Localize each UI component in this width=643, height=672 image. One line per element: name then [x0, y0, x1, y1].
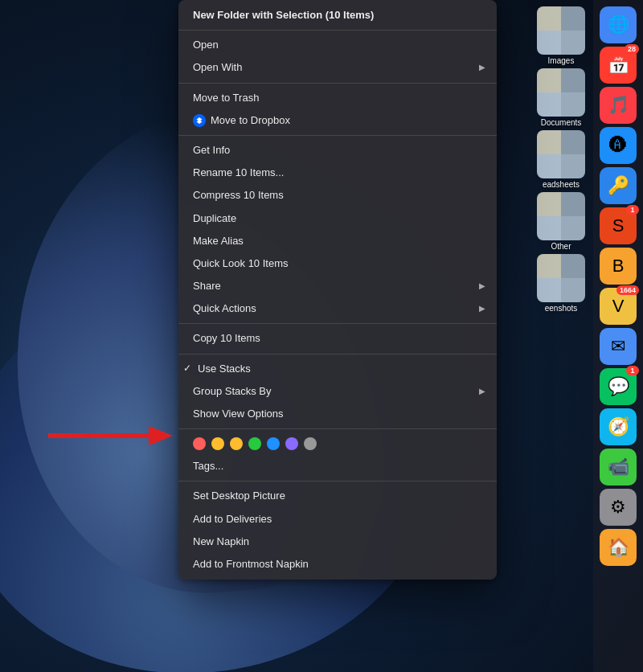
dock-icon-vectorize[interactable]: V1664	[600, 288, 637, 325]
dock-icon-label-music: 🎵	[608, 95, 629, 116]
dock-badge-sketchbook: 1	[626, 205, 639, 215]
dock-icon-label-appstore: 🅐	[609, 135, 627, 156]
dock-icon-onepassword[interactable]: 🔑	[600, 167, 637, 204]
menu-item-get-info[interactable]: Get Info	[178, 139, 497, 162]
menu-item-label-add-deliveries: Add to Deliveries	[193, 512, 272, 527]
dock-icon-label-mail: ✉	[611, 336, 625, 357]
stack-label-images: Images	[548, 56, 575, 65]
menu-item-label-open: Open	[193, 38, 219, 52]
menu-item-compress[interactable]: Compress 10 Items	[178, 184, 497, 207]
menu-item-label-show-view-options: Show View Options	[193, 407, 284, 421]
menu-item-label-use-stacks: Use Stacks	[198, 362, 251, 376]
dock-icon-wechat[interactable]: 💬1	[600, 368, 637, 405]
menu-item-label-quick-look: Quick Look 10 Items	[193, 256, 289, 271]
menu-item-group-stacks[interactable]: Group Stacks By	[178, 380, 497, 403]
stack-spreadsheets[interactable]: eadsheets	[534, 130, 588, 189]
menu-item-share[interactable]: Share	[178, 275, 497, 297]
menu-item-rename[interactable]: Rename 10 Items...	[178, 162, 497, 184]
menu-separator	[178, 323, 497, 324]
checkmark-icon: ✓	[183, 362, 191, 375]
stack-thumb-images	[537, 6, 585, 55]
tag-dot-2[interactable]	[230, 437, 243, 450]
menu-item-new-napkin[interactable]: New Napkin	[178, 531, 497, 553]
stack-label-screenshots: eenshots	[545, 304, 578, 313]
dock-icon-label-settings: ⚙	[610, 497, 626, 518]
stack-images[interactable]: Images	[534, 6, 588, 65]
dock-icon-safari[interactable]: 🧭	[600, 408, 637, 445]
menu-item-label-compress: Compress 10 Items	[193, 188, 284, 203]
menu-item-add-napkin[interactable]: Add to Frontmost Napkin	[178, 553, 497, 576]
menu-item-label-share: Share	[193, 279, 221, 293]
menu-item-make-alias[interactable]: Make Alias	[178, 230, 497, 252]
menu-item-new-folder[interactable]: New Folder with Selection (10 Items)	[178, 4, 497, 27]
menu-item-open-with[interactable]: Open With	[178, 56, 497, 79]
dock-icon-bear[interactable]: B	[600, 248, 637, 285]
menu-item-label-add-napkin: Add to Frontmost Napkin	[193, 557, 309, 572]
dock-icon-calendar[interactable]: 📅28	[600, 47, 637, 84]
dock-icon-mail[interactable]: ✉	[600, 328, 637, 365]
tag-dot-1[interactable]	[211, 437, 224, 450]
dropbox-icon	[193, 114, 206, 127]
menu-item-quick-look[interactable]: Quick Look 10 Items	[178, 252, 497, 275]
menu-item-use-stacks[interactable]: ✓Use Stacks	[178, 358, 497, 380]
menu-item-open[interactable]: Open	[178, 34, 497, 56]
dock-icon-home[interactable]: 🏠	[600, 529, 637, 566]
stack-label-documents: Documents	[541, 118, 582, 127]
dock-icon-appstore[interactable]: 🅐	[600, 127, 637, 164]
dock-badge-calendar: 28	[625, 44, 639, 54]
menu-item-label-open-with: Open With	[193, 60, 242, 75]
dock-badge-vectorize: 1664	[616, 285, 639, 295]
dock-icon-label-onepassword: 🔑	[608, 175, 629, 196]
dock-icon-label-sketchbook: S	[612, 215, 625, 236]
dock-icon-sketchbook[interactable]: S1	[600, 207, 637, 244]
menu-item-label-get-info: Get Info	[193, 143, 230, 158]
dock-icon-label-vectorize: V	[612, 296, 625, 317]
menu-item-label-copy: Copy 10 Items	[193, 331, 260, 346]
menu-item-duplicate[interactable]: Duplicate	[178, 207, 497, 230]
tags-color-row	[178, 432, 497, 455]
stack-thumb-other	[537, 192, 585, 240]
menu-separator	[178, 83, 497, 84]
menu-item-label-new-napkin: New Napkin	[193, 535, 249, 549]
menu-item-tags-label[interactable]: Tags...	[178, 455, 497, 477]
menu-item-quick-actions[interactable]: Quick Actions	[178, 297, 497, 320]
dock-icon-music[interactable]: 🎵	[600, 87, 637, 124]
menu-item-move-to-trash[interactable]: Move to Trash	[178, 87, 497, 109]
dock-icon-settings[interactable]: ⚙	[600, 489, 637, 526]
menu-item-label-group-stacks: Group Stacks By	[193, 384, 272, 399]
menu-item-label-new-folder: New Folder with Selection (10 Items)	[193, 8, 374, 23]
menu-item-label-move-to-trash: Move to Trash	[193, 91, 259, 105]
menu-item-label-make-alias: Make Alias	[193, 234, 244, 248]
menu-item-set-desktop[interactable]: Set Desktop Picture	[178, 485, 497, 507]
stack-screenshots[interactable]: eenshots	[534, 254, 588, 313]
stack-label-other: Other	[551, 242, 571, 251]
dock-icon-label-facetime: 📹	[608, 457, 629, 477]
stack-thumb-screenshots	[537, 254, 585, 302]
stack-label-spreadsheets: eadsheets	[543, 180, 580, 189]
stack-documents[interactable]: Documents	[534, 68, 588, 127]
tag-dot-5[interactable]	[285, 437, 298, 450]
tag-dot-0[interactable]	[193, 437, 206, 450]
menu-item-label-tags-label: Tags...	[193, 459, 223, 473]
menu-item-label-rename: Rename 10 Items...	[193, 166, 284, 180]
menu-item-add-deliveries[interactable]: Add to Deliveries	[178, 508, 497, 531]
menu-separator	[178, 354, 497, 354]
stacks-area: ImagesDocumentseadsheetsOthereenshots	[529, 0, 593, 672]
menu-separator	[178, 135, 497, 136]
dock: 🌐📅28🎵🅐🔑S1BV1664✉💬1🧭📹⚙🏠	[593, 0, 643, 672]
tag-dot-4[interactable]	[267, 437, 280, 450]
menu-item-copy[interactable]: Copy 10 Items	[178, 327, 497, 350]
tag-dot-6[interactable]	[304, 437, 317, 450]
dock-badge-wechat: 1	[626, 366, 639, 375]
menu-item-move-to-dropbox[interactable]: Move to Dropbox	[178, 109, 497, 132]
dock-icon-facetime[interactable]: 📹	[600, 449, 637, 486]
menu-separator	[178, 30, 497, 31]
menu-item-show-view-options[interactable]: Show View Options	[178, 403, 497, 425]
stack-other[interactable]: Other	[534, 192, 588, 251]
tag-dot-3[interactable]	[248, 437, 261, 450]
menu-item-label-set-desktop: Set Desktop Picture	[193, 489, 285, 503]
stack-thumb-documents	[537, 68, 585, 117]
menu-item-label-duplicate: Duplicate	[193, 211, 236, 226]
menu-item-label-move-to-dropbox: Move to Dropbox	[211, 113, 290, 128]
dock-icon-chrome[interactable]: 🌐	[600, 6, 637, 43]
